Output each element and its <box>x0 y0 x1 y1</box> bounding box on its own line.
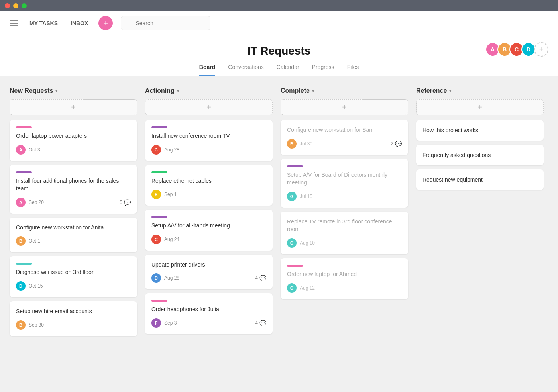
card-tag <box>151 126 167 128</box>
card-tag <box>151 300 167 302</box>
card-date: Aug 28 <box>164 275 179 281</box>
column-title-complete: Complete <box>281 87 310 94</box>
card[interactable]: Configure new workstation for SamBJul 30… <box>281 120 408 155</box>
column-chevron-new-requests[interactable]: ▾ <box>55 88 58 94</box>
add-card-button-reference[interactable]: + <box>416 99 544 115</box>
card-title: Update printer drivers <box>151 261 266 269</box>
tab-conversations[interactable]: Conversations <box>228 64 264 76</box>
comment-count: 4 <box>255 320 258 326</box>
column-actioning: Actioning▾+Install new conference room T… <box>145 87 273 338</box>
add-member-button[interactable]: + <box>534 42 548 57</box>
card-avatar: G <box>287 238 297 248</box>
card-date: Sep 20 <box>29 200 44 205</box>
tab-board[interactable]: Board <box>199 64 215 76</box>
card-avatar: B <box>16 236 26 246</box>
card-avatar: G <box>287 192 297 201</box>
column-reference: Reference▾+How this project worksFrequen… <box>416 87 544 194</box>
card-meta: CAug 24 <box>151 235 266 244</box>
tab-progress[interactable]: Progress <box>312 64 334 76</box>
column-chevron-actioning[interactable]: ▾ <box>177 88 179 94</box>
top-nav: MY TASKS INBOX + ⌕ <box>0 11 558 35</box>
card-date: Jul 30 <box>300 141 312 147</box>
add-card-button-new-requests[interactable]: + <box>10 99 137 115</box>
column-header-new-requests: New Requests▾ <box>10 87 137 94</box>
card[interactable]: Diagnose wifi issue on 3rd floorDOct 15 <box>10 256 137 297</box>
project-header: ABCD+ IT Requests BoardConversationsCale… <box>0 35 558 76</box>
tab-calendar[interactable]: Calendar <box>277 64 299 76</box>
card[interactable]: Install new conference room TVCAug 28 <box>145 120 273 161</box>
card[interactable]: Replace ethernet cablesESep 1 <box>145 165 273 206</box>
card-title: Order laptop power adapters <box>16 132 131 140</box>
reference-card[interactable]: Request new equipment <box>416 169 544 190</box>
card-date: Aug 12 <box>300 285 315 291</box>
card-date: Jul 15 <box>300 194 312 199</box>
card-tag <box>151 216 167 218</box>
hamburger-menu[interactable] <box>8 19 19 27</box>
card[interactable]: Replace TV remote in 3rd floor conferenc… <box>281 212 408 254</box>
column-chevron-complete[interactable]: ▾ <box>312 88 314 94</box>
my-tasks-link[interactable]: MY TASKS <box>27 18 60 28</box>
card-meta: DOct 15 <box>16 281 131 291</box>
column-title-reference: Reference <box>416 87 447 94</box>
card-meta: FSep 34💬 <box>151 318 266 328</box>
card-comments: 2💬 <box>391 141 402 147</box>
board: New Requests▾+Order laptop power adapter… <box>0 76 558 392</box>
card-title: Install new conference room TV <box>151 132 266 140</box>
card[interactable]: Setup A/V for Board of Directors monthly… <box>281 159 408 208</box>
column-title-new-requests: New Requests <box>10 87 53 94</box>
column-title-actioning: Actioning <box>145 87 175 94</box>
search-wrapper: ⌕ <box>121 16 344 30</box>
traffic-light-yellow[interactable] <box>13 3 18 8</box>
reference-card[interactable]: Frequently asked questions <box>416 145 544 165</box>
project-title: IT Requests <box>0 45 558 57</box>
card-meta: BOct 1 <box>16 236 131 246</box>
card[interactable]: Order headphones for JuliaFSep 34💬 <box>145 293 273 334</box>
card-title: Configure new workstation for Anita <box>16 224 131 232</box>
comment-count: 2 <box>391 141 393 147</box>
card-tag <box>16 126 32 128</box>
card-meta: GJul 15 <box>287 192 402 201</box>
card[interactable]: Install four additional phones for the s… <box>10 165 137 214</box>
card-avatar: G <box>287 283 297 293</box>
card-tag <box>287 165 303 167</box>
card-title: Configure new workstation for Sam <box>287 126 402 134</box>
card[interactable]: Order laptop power adaptersAOct 3 <box>10 120 137 161</box>
team-avatar[interactable]: D <box>521 42 536 57</box>
traffic-light-red[interactable] <box>5 3 10 8</box>
card-title: Diagnose wifi issue on 3rd floor <box>16 269 131 276</box>
column-complete: Complete▾+Configure new workstation for … <box>281 87 408 303</box>
card-title: Order headphones for Julia <box>151 306 266 314</box>
card-title: Order new laptop for Ahmed <box>287 270 402 278</box>
card[interactable]: Setup new hire email accountsBSep 30 <box>10 301 137 336</box>
card-comments: 5💬 <box>120 199 131 206</box>
card-title: Setup A/V for Board of Directors monthly… <box>287 171 402 187</box>
card-title: Setup new hire email accounts <box>16 308 131 316</box>
column-header-actioning: Actioning▾ <box>145 87 273 94</box>
card-avatar: B <box>16 320 26 330</box>
card-tag <box>16 263 32 265</box>
card-meta: AOct 3 <box>16 145 131 155</box>
card[interactable]: Update printer driversDAug 284💬 <box>145 255 273 290</box>
search-input[interactable] <box>121 16 210 30</box>
add-card-button-complete[interactable]: + <box>281 99 408 115</box>
comment-icon: 💬 <box>259 275 266 281</box>
column-chevron-reference[interactable]: ▾ <box>449 88 452 94</box>
card[interactable]: Setup A/V for all-hands meetingCAug 24 <box>145 210 273 251</box>
card-avatar: F <box>151 318 161 328</box>
card-date: Sep 1 <box>164 192 177 197</box>
column-header-complete: Complete▾ <box>281 87 408 94</box>
traffic-light-green[interactable] <box>22 3 27 8</box>
comment-icon: 💬 <box>395 141 402 147</box>
team-avatars: ABCD+ <box>485 42 548 57</box>
add-button[interactable]: + <box>98 16 113 30</box>
card-meta: DAug 284💬 <box>151 273 266 283</box>
inbox-link[interactable]: INBOX <box>68 18 90 28</box>
card-avatar: A <box>16 145 26 155</box>
card[interactable]: Order new laptop for AhmedGAug 12 <box>281 258 408 299</box>
tab-files[interactable]: Files <box>347 64 359 76</box>
reference-card[interactable]: How this project works <box>416 120 544 141</box>
card[interactable]: Configure new workstation for AnitaBOct … <box>10 218 137 253</box>
comment-count: 5 <box>120 200 122 205</box>
add-card-button-actioning[interactable]: + <box>145 99 273 115</box>
card-avatar: C <box>151 235 161 244</box>
